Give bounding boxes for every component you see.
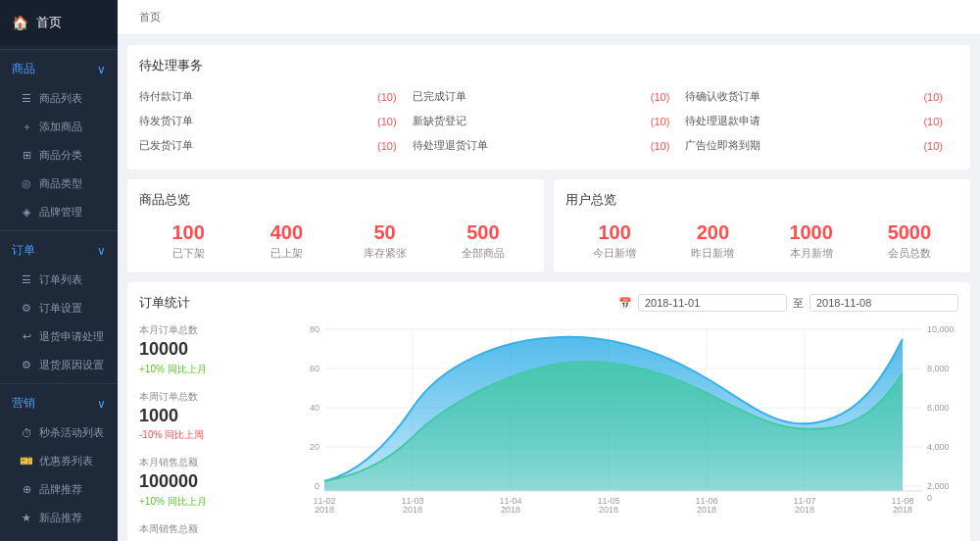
task-row[interactable]: 已发货订单 (10) [139,133,413,158]
user-stats-title: 用户总览 [565,191,958,209]
task-row[interactable]: 已完成订单 (10) [413,84,686,109]
sidebar-group-marketing[interactable]: 营销 ∨ [0,388,118,418]
add-product-label: 添加商品 [39,120,82,134]
task-label: 待处理退货订单 [413,138,488,153]
orders-group-arrow: ∨ [97,244,106,258]
chart-stats-panel: 本月订单总数 10000 +10% 同比上月 本周订单总数 1000 -10% … [139,320,267,541]
sidebar-item-flash-sale[interactable]: ⏱ 秒杀活动列表 [0,418,118,447]
weekly-sales-stat: 本周销售总额 50000 -10% 同比上周 [139,522,267,541]
task-row[interactable]: 新缺货登记 (10) [413,109,686,133]
sidebar-item-order-settings[interactable]: ⚙ 订单设置 [0,294,118,322]
sidebar-item-popular[interactable]: ♥ 人气推荐 [0,532,118,541]
task-row[interactable]: 待发货订单 (10) [139,109,413,133]
return-process-icon: ↩ [20,330,33,343]
weekly-order-stat: 本周订单总数 1000 -10% 同比上周 [139,390,267,443]
tasks-col-1: 待付款订单 (10) 待发货订单 (10) 已发货订单 (10) [139,84,413,158]
task-label: 已完成订单 [413,89,466,104]
task-label: 待付款订单 [139,89,193,104]
new-product-icon: ★ [20,512,33,524]
nav-tab-3[interactable] [206,14,225,22]
stat-item-online: 400 已上架 [237,219,335,261]
stat-block-label: 本月订单总数 [139,323,267,337]
date-from-input[interactable] [638,294,787,312]
marketing-group-arrow: ∨ [97,397,106,411]
task-count: (10) [923,91,943,103]
stat-item-low-stock: 50 库存紧张 [336,219,434,261]
type-icon: ◎ [20,177,33,190]
sidebar: 🏠 首页 商品 ∨ ☰ 商品列表 ＋ 添加商品 ⊞ 商品分类 ◎ 商品类型 ◈ … [0,0,118,541]
stats-row: 商品总览 100 已下架 400 已上架 50 库存紧张 5 [127,179,970,272]
sidebar-item-new-product[interactable]: ★ 新品推荐 [0,504,118,532]
task-label: 待处理退款申请 [685,114,760,128]
monthly-order-stat: 本月订单总数 10000 +10% 同比上月 [139,323,267,376]
task-count: (10) [377,140,397,152]
task-row[interactable]: 待确认收货订单 (10) [685,84,958,109]
orders-group-label: 订单 [12,242,35,259]
svg-text:80: 80 [310,324,319,334]
brand-icon: ◈ [20,206,33,219]
chart-header: 订单统计 📅 至 [139,294,958,312]
date-to-input[interactable] [809,294,958,312]
chart-svg-area: 80 60 40 20 0 10,000 8,000 6,000 4,000 2… [278,320,958,535]
sidebar-item-coupon[interactable]: 🎫 优惠券列表 [0,447,118,475]
stat-block-change: +10% 同比上月 [139,363,267,376]
stat-label: 已上架 [237,246,335,261]
stat-block-change: -10% 同比上周 [139,428,267,442]
product-stats-inner: 100 已下架 400 已上架 50 库存紧张 500 全部商品 [139,219,532,261]
stat-block-label: 本周销售总额 [139,522,267,536]
sidebar-item-brand-recommend[interactable]: ⊕ 品牌推荐 [0,475,118,504]
task-count: (10) [651,140,670,152]
sidebar-item-return-process[interactable]: ↩ 退货申请处理 [0,322,118,351]
nav-tab-4[interactable] [233,14,253,22]
stat-value: 50 [336,219,434,246]
svg-text:2018: 2018 [315,505,334,515]
sidebar-item-add-product[interactable]: ＋ 添加商品 [0,113,118,141]
svg-text:0: 0 [315,481,319,491]
sidebar-group-orders[interactable]: 订单 ∨ [0,235,118,266]
svg-text:4,000: 4,000 [927,442,950,452]
home-icon: 🏠 [12,15,28,30]
order-chart-card: 订单统计 📅 至 本月订单总数 10000 +10% 同比上月 [127,282,970,541]
order-settings-label: 订单设置 [39,301,82,316]
stat-label: 会员总数 [860,246,958,261]
sidebar-item-return-reason[interactable]: ⚙ 退货原因设置 [0,351,118,379]
task-row[interactable]: 待付款订单 (10) [139,84,413,109]
product-stats-card: 商品总览 100 已下架 400 已上架 50 库存紧张 5 [127,179,544,272]
stat-item-month-new: 1000 本月新增 [762,219,860,261]
sidebar-header[interactable]: 🏠 首页 [0,0,118,45]
nav-tab-2[interactable] [178,14,198,22]
top-nav: 首页 [118,0,980,35]
svg-text:2018: 2018 [599,505,618,515]
flash-sale-icon: ⏱ [20,427,33,439]
user-stats-card: 用户总览 100 今日新增 200 昨日新增 1000 本月新增 [554,179,970,272]
list-icon: ☰ [20,92,33,105]
stat-value: 100 [565,219,663,246]
tasks-grid: 待付款订单 (10) 待发货订单 (10) 已发货订单 (10) 已完 [139,84,958,158]
sidebar-item-brand[interactable]: ◈ 品牌管理 [0,198,118,226]
task-row[interactable]: 广告位即将到期 (10) [685,133,958,158]
svg-text:2018: 2018 [893,505,912,515]
task-row[interactable]: 待处理退货订单 (10) [413,133,686,158]
return-reason-icon: ⚙ [20,359,33,371]
task-row[interactable]: 待处理退款申请 (10) [685,109,958,133]
sidebar-item-order-list[interactable]: ☰ 订单列表 [0,266,118,294]
stat-item-today-new: 100 今日新增 [565,219,663,261]
flash-sale-label: 秒杀活动列表 [39,425,104,440]
svg-text:2018: 2018 [795,505,814,515]
sidebar-item-product-list[interactable]: ☰ 商品列表 [0,84,118,113]
sidebar-item-product-category[interactable]: ⊞ 商品分类 [0,141,118,170]
calendar-icon: 📅 [618,297,632,310]
brand-rec-icon: ⊕ [20,483,33,496]
task-count: (10) [651,116,670,127]
svg-text:20: 20 [310,442,319,452]
chart-title: 订单统计 [139,294,190,312]
sidebar-item-product-type[interactable]: ◎ 商品类型 [0,170,118,198]
nav-tab-home[interactable]: 首页 [129,6,171,28]
svg-text:10,000: 10,000 [927,324,955,334]
sidebar-group-products[interactable]: 商品 ∨ [0,54,118,84]
category-icon: ⊞ [20,149,33,162]
svg-text:60: 60 [310,364,319,373]
stat-block-value: 100000 [139,471,267,493]
task-count: (10) [377,116,397,127]
svg-text:2018: 2018 [697,505,716,515]
